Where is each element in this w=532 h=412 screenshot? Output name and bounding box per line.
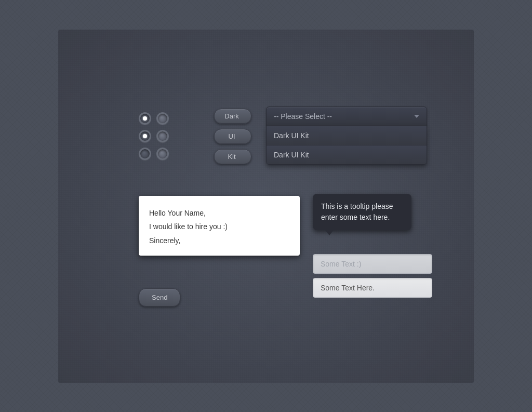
input-placeholder-text: Some Text :) bbox=[321, 260, 361, 268]
dropdown-container: -- Please Select -- Dark UI Kit Dark UI … bbox=[266, 107, 427, 165]
radio-button-3b[interactable] bbox=[156, 148, 169, 160]
dropdown-options-list: Dark UI Kit Dark UI Kit bbox=[266, 126, 427, 165]
letter-box: Hello Your Name, I would like to hire yo… bbox=[139, 196, 300, 256]
dropdown-option-1[interactable]: Dark UI Kit bbox=[267, 126, 427, 145]
dropdown-option-2[interactable]: Dark UI Kit bbox=[267, 145, 427, 164]
radio-group bbox=[139, 110, 172, 162]
radio-button-1a[interactable] bbox=[139, 112, 151, 125]
send-button[interactable]: Send bbox=[139, 288, 180, 307]
tag-kit-button[interactable]: Kit bbox=[214, 149, 251, 164]
radio-button-2a[interactable] bbox=[139, 130, 151, 142]
letter-line-3: Sincerely, bbox=[149, 234, 289, 248]
letter-line-2: I would like to hire you :) bbox=[149, 220, 289, 234]
radio-button-1b[interactable] bbox=[156, 112, 169, 125]
dropdown-header[interactable]: -- Please Select -- bbox=[266, 107, 427, 126]
tooltip-box: This is a tooltip please enter some text… bbox=[313, 194, 411, 230]
dropdown-placeholder: -- Please Select -- bbox=[274, 112, 332, 121]
chevron-down-icon bbox=[414, 115, 419, 118]
radio-button-3a[interactable] bbox=[139, 148, 151, 160]
tag-ui-button[interactable]: UI bbox=[214, 129, 251, 144]
input-placeholder-field[interactable]: Some Text :) bbox=[313, 254, 432, 274]
tooltip-text: This is a tooltip please enter some text… bbox=[321, 202, 393, 221]
main-canvas: Dark UI Kit -- Please Select -- Dark UI … bbox=[58, 30, 474, 383]
tag-dark-button[interactable]: Dark bbox=[214, 109, 251, 124]
input-filled-field[interactable]: Some Text Here. bbox=[313, 278, 432, 298]
letter-line-1: Hello Your Name, bbox=[149, 206, 289, 220]
radio-button-2b[interactable] bbox=[156, 130, 169, 142]
letter-content: Hello Your Name, I would like to hire yo… bbox=[149, 206, 289, 248]
tag-button-group: Dark UI Kit bbox=[214, 109, 251, 164]
input-filled-text: Some Text Here. bbox=[321, 284, 375, 292]
